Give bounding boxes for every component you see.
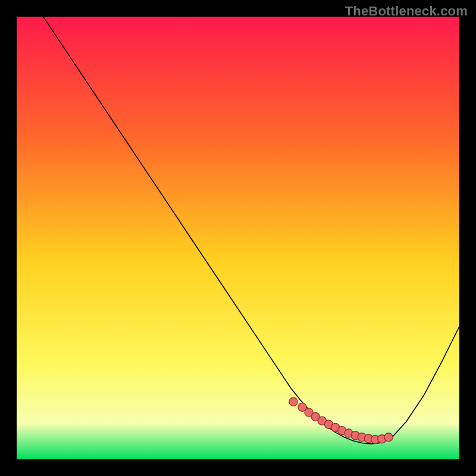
outer-frame: TheBottleneck.com xyxy=(0,0,476,476)
bottleneck-chart xyxy=(17,17,459,459)
optimal-dot xyxy=(384,433,393,441)
optimal-dot xyxy=(289,397,298,406)
watermark-label: TheBottleneck.com xyxy=(345,4,468,19)
gradient-background xyxy=(17,17,459,459)
